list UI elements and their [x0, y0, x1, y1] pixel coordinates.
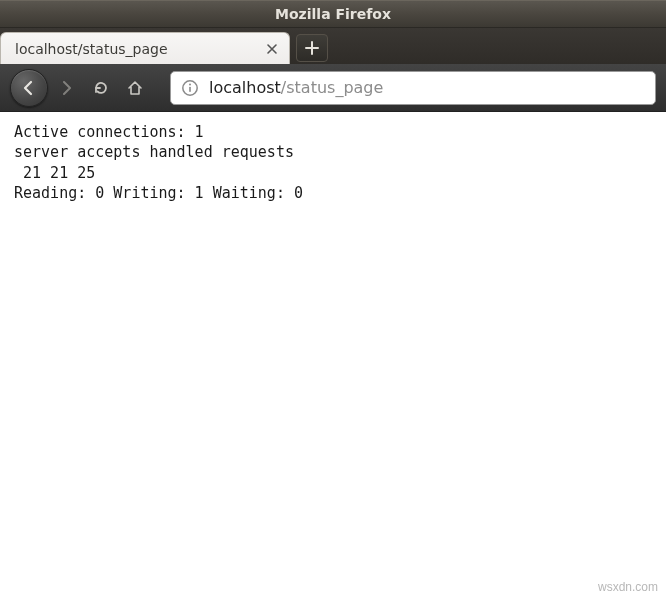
status-line-counts: 21 21 25: [14, 164, 104, 182]
url-bar[interactable]: localhost/status_page: [170, 71, 656, 105]
watermark: wsxdn.com: [598, 580, 658, 594]
status-line-header: server accepts handled requests: [14, 143, 294, 161]
reload-button[interactable]: [86, 73, 116, 103]
tab-active[interactable]: localhost/status_page: [0, 32, 290, 64]
forward-button[interactable]: [52, 73, 82, 103]
status-line-rw: Reading: 0 Writing: 1 Waiting: 0: [14, 184, 312, 202]
url-path: /status_page: [281, 78, 384, 97]
home-button[interactable]: [120, 73, 150, 103]
window-titlebar: Mozilla Firefox: [0, 0, 666, 28]
status-line-active: Active connections: 1: [14, 123, 213, 141]
svg-rect-2: [189, 86, 191, 91]
url-host: localhost: [209, 78, 281, 97]
back-button[interactable]: [10, 69, 48, 107]
page-content: Active connections: 1 server accepts han…: [0, 112, 666, 213]
tab-strip: localhost/status_page: [0, 28, 666, 64]
window-title: Mozilla Firefox: [275, 6, 391, 22]
url-text: localhost/status_page: [209, 78, 383, 97]
info-icon[interactable]: [181, 79, 199, 97]
new-tab-button[interactable]: [296, 34, 328, 62]
tab-title: localhost/status_page: [15, 41, 253, 57]
svg-point-1: [189, 83, 191, 85]
close-icon[interactable]: [263, 40, 281, 58]
navigation-toolbar: localhost/status_page: [0, 64, 666, 112]
